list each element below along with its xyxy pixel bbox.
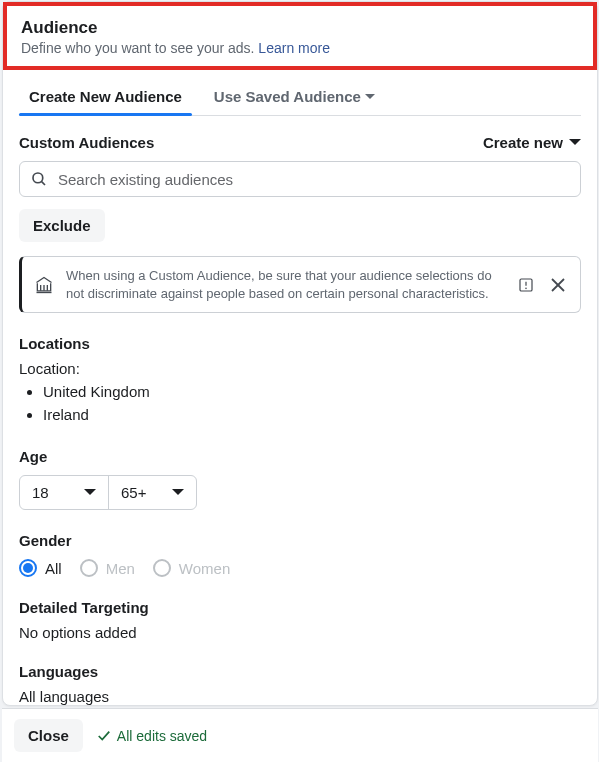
custom-audiences-label: Custom Audiences [19,134,154,151]
learn-more-link[interactable]: Learn more [258,40,330,56]
gender-section: Gender All Men Women [19,532,581,577]
custom-audiences-header: Custom Audiences Create new [19,134,581,151]
chevron-down-icon [172,489,184,496]
chevron-down-icon [569,139,581,146]
audience-header-highlight: Audience Define who you want to see your… [3,2,597,70]
locations-sublabel: Location: [19,360,581,377]
targeting-label: Detailed Targeting [19,599,581,616]
age-min-select[interactable]: 18 [20,476,108,509]
gender-options: All Men Women [19,559,581,577]
tab-use-saved-audience[interactable]: Use Saved Audience [210,80,379,115]
languages-section: Languages All languages [19,663,581,705]
languages-value: All languages [19,688,581,705]
locations-list: United Kingdom Ireland [19,381,581,426]
age-section: Age 18 65+ [19,448,581,510]
info-details-icon[interactable] [516,275,536,295]
gender-women-label: Women [179,560,230,577]
save-status: All edits saved [97,728,207,744]
list-item: United Kingdom [43,381,581,404]
languages-label: Languages [19,663,581,680]
create-new-label: Create new [483,134,563,151]
custom-audience-info-text: When using a Custom Audience, be sure th… [66,267,504,302]
gender-option-women[interactable]: Women [153,559,230,577]
gender-label: Gender [19,532,581,549]
policy-icon [34,275,54,295]
gender-option-men[interactable]: Men [80,559,135,577]
save-status-text: All edits saved [117,728,207,744]
tab-saved-label: Use Saved Audience [214,88,361,105]
radio-icon [80,559,98,577]
tab-create-new-audience[interactable]: Create New Audience [25,80,186,115]
close-button[interactable]: Close [14,719,83,752]
gender-option-all[interactable]: All [19,559,62,577]
targeting-value: No options added [19,624,581,641]
chevron-down-icon [84,489,96,496]
radio-icon [19,559,37,577]
age-label: Age [19,448,581,465]
age-max-select[interactable]: 65+ [108,476,196,509]
locations-section: Locations Location: United Kingdom Irela… [19,335,581,426]
audience-card: Audience Define who you want to see your… [2,1,598,706]
svg-point-0 [33,173,43,183]
close-icon[interactable] [548,275,568,295]
section-desc-audience: Define who you want to see your ads. Lea… [21,40,579,56]
footer-bar: Close All edits saved [2,708,598,762]
create-new-dropdown[interactable]: Create new [483,134,581,151]
audience-tabs: Create New Audience Use Saved Audience [19,80,581,116]
radio-icon [153,559,171,577]
audience-content: Custom Audiences Create new Exclude When… [3,116,597,705]
search-audiences-box[interactable] [19,161,581,197]
custom-audience-info: When using a Custom Audience, be sure th… [19,256,581,313]
gender-men-label: Men [106,560,135,577]
audience-desc-text: Define who you want to see your ads. [21,40,258,56]
targeting-section: Detailed Targeting No options added [19,599,581,641]
svg-point-4 [525,287,527,289]
age-range-selector: 18 65+ [19,475,197,510]
section-title-audience: Audience [21,18,579,38]
check-icon [97,729,111,743]
exclude-button[interactable]: Exclude [19,209,105,242]
svg-line-1 [42,182,45,185]
list-item: Ireland [43,404,581,427]
chevron-down-icon [365,94,375,100]
search-icon [30,170,48,188]
search-audiences-input[interactable] [58,171,570,188]
age-min-value: 18 [32,484,49,501]
locations-label: Locations [19,335,581,352]
gender-all-label: All [45,560,62,577]
age-max-value: 65+ [121,484,146,501]
